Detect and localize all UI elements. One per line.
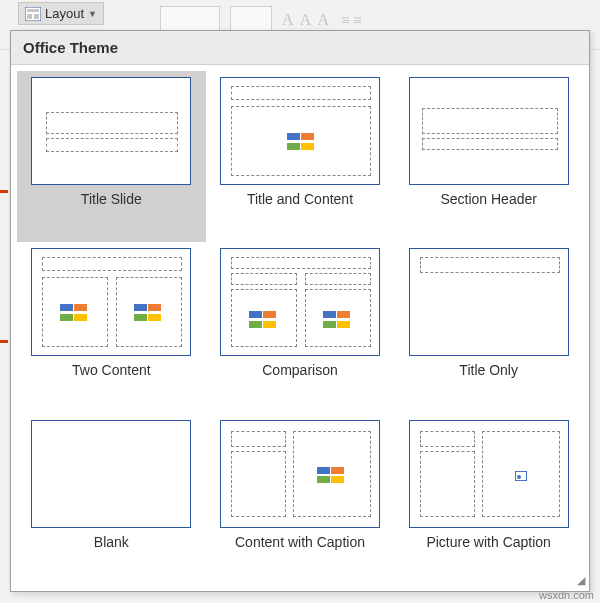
layout-label: Comparison: [262, 362, 337, 379]
slide-marker: [0, 190, 8, 193]
layout-thumb: [31, 248, 191, 356]
bullets-buttons: ≡ ≡: [341, 12, 361, 28]
layout-option-blank[interactable]: Blank: [17, 414, 206, 585]
layout-label: Title Slide: [81, 191, 142, 208]
layout-grid: Title Slide Title and Content Section He…: [11, 65, 589, 591]
resize-grip-icon[interactable]: ◢: [577, 574, 585, 587]
layout-thumb: [220, 420, 380, 528]
layout-label: Picture with Caption: [426, 534, 551, 551]
svg-rect-1: [27, 9, 39, 12]
layout-label: Two Content: [72, 362, 151, 379]
layout-gallery-dropdown: Office Theme Title Slide Title and Conte…: [10, 30, 590, 592]
layout-label: Title Only: [459, 362, 518, 379]
layout-button-label: Layout: [45, 6, 84, 21]
layout-option-content-with-caption[interactable]: Content with Caption: [206, 414, 395, 585]
layout-label: Section Header: [440, 191, 537, 208]
layout-icon: [25, 7, 41, 21]
layout-thumb: [409, 248, 569, 356]
layout-thumb: [31, 77, 191, 185]
layout-option-section-header[interactable]: Section Header: [394, 71, 583, 242]
layout-label: Title and Content: [247, 191, 353, 208]
layout-dropdown-button[interactable]: Layout ▼: [18, 2, 104, 25]
layout-label: Content with Caption: [235, 534, 365, 551]
layout-option-title-only[interactable]: Title Only: [394, 242, 583, 413]
layout-thumb: [220, 77, 380, 185]
layout-label: Blank: [94, 534, 129, 551]
gallery-header: Office Theme: [11, 31, 589, 65]
layout-option-title-and-content[interactable]: Title and Content: [206, 71, 395, 242]
chevron-down-icon: ▼: [88, 9, 97, 19]
layout-option-two-content[interactable]: Two Content: [17, 242, 206, 413]
layout-thumb: [220, 248, 380, 356]
slide-marker: [0, 340, 8, 343]
layout-thumb: [409, 420, 569, 528]
font-size-buttons: A A A: [282, 11, 331, 29]
layout-thumb: [31, 420, 191, 528]
svg-rect-2: [27, 14, 32, 19]
layout-option-title-slide[interactable]: Title Slide: [17, 71, 206, 242]
svg-rect-3: [34, 14, 39, 19]
layout-option-comparison[interactable]: Comparison: [206, 242, 395, 413]
watermark-text: wsxdn.com: [539, 589, 594, 601]
picture-icon: [515, 471, 527, 481]
layout-thumb: [409, 77, 569, 185]
layout-option-picture-with-caption[interactable]: Picture with Caption: [394, 414, 583, 585]
